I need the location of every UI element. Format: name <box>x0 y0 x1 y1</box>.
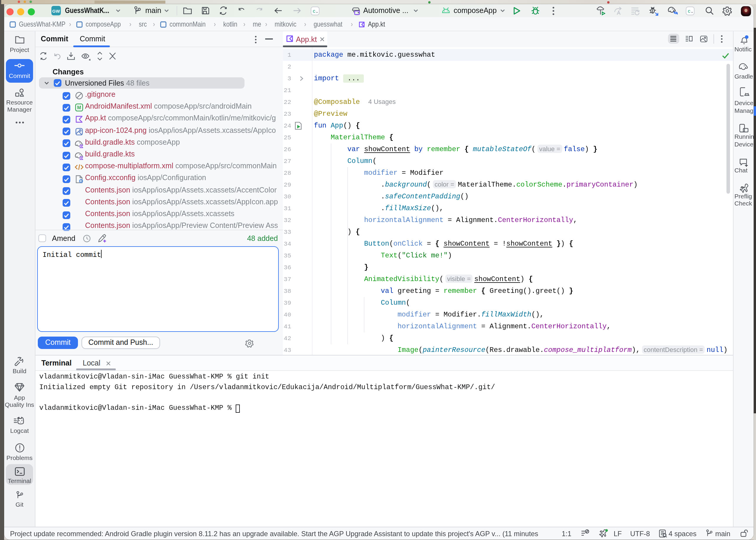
svg-text:c: c <box>313 8 315 14</box>
svg-text:M: M <box>77 105 81 110</box>
svg-text:c: c <box>688 8 690 14</box>
svg-text:GW: GW <box>52 9 60 14</box>
